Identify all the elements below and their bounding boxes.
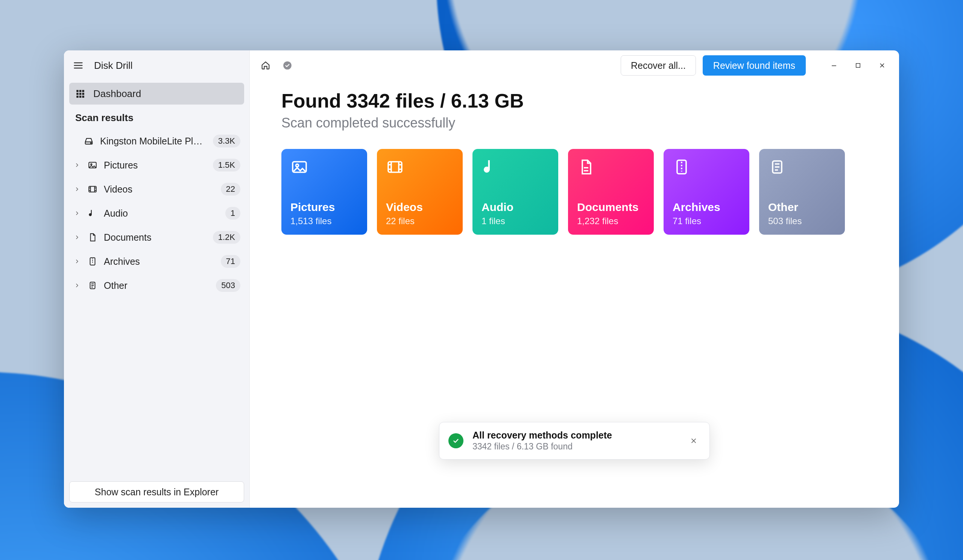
svg-rect-2 xyxy=(82,90,84,92)
window-maximize-button[interactable] xyxy=(850,57,867,74)
home-icon xyxy=(260,60,271,71)
svg-rect-4 xyxy=(79,93,81,95)
card-sub: 503 files xyxy=(768,216,836,227)
subheadline: Scan completed successfully xyxy=(281,115,867,131)
sidebar-item-badge: 22 xyxy=(221,183,240,196)
check-circle-icon xyxy=(282,61,292,70)
headline: Found 3342 files / 6.13 GB xyxy=(281,89,867,112)
sidebar-item-badge: 1.5K xyxy=(213,159,240,172)
sidebar-device-label: Kingston MobileLite Plu… xyxy=(100,136,208,147)
picture-icon xyxy=(290,158,358,181)
sidebar-item-badge: 1.2K xyxy=(213,231,240,244)
show-in-explorer-button[interactable]: Show scan results in Explorer xyxy=(69,481,244,502)
card-videos[interactable]: Videos 22 files xyxy=(377,149,463,235)
minimize-icon xyxy=(830,62,838,69)
card-other[interactable]: Other 503 files xyxy=(759,149,845,235)
document-icon xyxy=(577,158,645,181)
sidebar-item-archives[interactable]: Archives 71 xyxy=(69,249,244,274)
chevron-right-icon xyxy=(73,186,81,192)
sidebar-item-badge: 71 xyxy=(221,255,240,268)
sidebar-header: Disk Drill xyxy=(64,50,250,81)
sidebar-item-badge: 1 xyxy=(225,207,240,220)
svg-point-12 xyxy=(91,163,92,165)
toolbar: Recover all... Review found items xyxy=(250,50,899,81)
sidebar-section-title: Scan results xyxy=(64,107,250,129)
audio-icon xyxy=(86,208,99,218)
card-sub: 1,513 files xyxy=(290,216,358,227)
nav-item-label: Dashboard xyxy=(93,88,141,100)
button-label: Review found items xyxy=(713,60,795,71)
archive-icon xyxy=(86,256,99,266)
card-title: Videos xyxy=(386,201,454,214)
toast-notification: All recovery methods complete 3342 files… xyxy=(439,422,710,460)
sidebar-item-documents[interactable]: Documents 1.2K xyxy=(69,225,244,249)
close-icon xyxy=(689,437,698,445)
sidebar-item-other[interactable]: Other 503 xyxy=(69,274,244,298)
recover-all-button[interactable]: Recover all... xyxy=(621,55,696,76)
success-check-icon xyxy=(448,433,464,448)
chevron-right-icon xyxy=(73,210,81,216)
card-pictures[interactable]: Pictures 1,513 files xyxy=(281,149,367,235)
svg-rect-17 xyxy=(856,63,860,68)
svg-rect-7 xyxy=(79,95,81,97)
nav-item-dashboard[interactable]: Dashboard xyxy=(69,83,244,105)
chevron-right-icon xyxy=(73,162,81,168)
chevron-right-icon xyxy=(73,258,81,264)
archive-icon xyxy=(673,158,740,181)
video-icon xyxy=(86,184,99,194)
grid-icon xyxy=(75,89,85,99)
card-row: Pictures 1,513 files Videos 22 files Aud… xyxy=(281,149,867,235)
hamburger-menu-button[interactable] xyxy=(71,58,86,73)
chevron-right-icon xyxy=(73,234,81,240)
chevron-right-icon xyxy=(73,282,81,288)
picture-icon xyxy=(86,160,99,170)
video-icon xyxy=(386,158,454,181)
sidebar-item-pictures[interactable]: Pictures 1.5K xyxy=(69,153,244,177)
svg-rect-5 xyxy=(82,93,84,95)
toast-subtitle: 3342 files / 6.13 GB found xyxy=(472,442,678,452)
sidebar-device-row[interactable]: Kingston MobileLite Plu… 3.3K xyxy=(69,129,244,153)
card-audio[interactable]: Audio 1 files xyxy=(472,149,558,235)
svg-rect-1 xyxy=(79,90,81,92)
window-minimize-button[interactable] xyxy=(825,57,843,74)
drive-icon xyxy=(83,136,95,146)
svg-rect-8 xyxy=(82,95,84,97)
sidebar-item-label: Pictures xyxy=(104,160,208,171)
card-title: Documents xyxy=(577,201,645,214)
button-label: Recover all... xyxy=(631,60,686,71)
sidebar-item-label: Archives xyxy=(104,256,216,267)
card-sub: 22 files xyxy=(386,216,454,227)
sidebar: Disk Drill Dashboard Scan results Kingst… xyxy=(64,50,250,508)
audio-icon xyxy=(481,158,549,181)
app-title: Disk Drill xyxy=(94,60,133,71)
sidebar-item-label: Videos xyxy=(104,184,216,195)
sidebar-item-label: Other xyxy=(104,280,211,291)
sidebar-item-audio[interactable]: Audio 1 xyxy=(69,201,244,225)
app-window: Disk Drill Dashboard Scan results Kingst… xyxy=(64,50,899,508)
hamburger-icon xyxy=(73,60,84,71)
card-sub: 71 files xyxy=(673,216,740,227)
card-title: Audio xyxy=(481,201,549,214)
svg-rect-3 xyxy=(76,93,78,95)
card-documents[interactable]: Documents 1,232 files xyxy=(568,149,654,235)
svg-rect-20 xyxy=(388,162,402,172)
sidebar-item-badge: 503 xyxy=(216,279,240,292)
main-pane: Recover all... Review found items Found … xyxy=(250,50,899,508)
sidebar-item-videos[interactable]: Videos 22 xyxy=(69,177,244,201)
other-icon xyxy=(768,158,836,181)
status-check-button[interactable] xyxy=(280,58,295,73)
svg-point-19 xyxy=(296,164,298,167)
toast-close-button[interactable] xyxy=(687,434,700,448)
svg-point-10 xyxy=(91,142,91,143)
svg-rect-6 xyxy=(76,95,78,97)
card-archives[interactable]: Archives 71 files xyxy=(663,149,749,235)
review-found-items-button[interactable]: Review found items xyxy=(703,55,806,76)
card-sub: 1 files xyxy=(481,216,549,227)
card-sub: 1,232 files xyxy=(577,216,645,227)
content: Found 3342 files / 6.13 GB Scan complete… xyxy=(250,81,899,235)
sidebar-device-badge: 3.3K xyxy=(213,134,240,147)
window-close-button[interactable] xyxy=(874,57,891,74)
home-button[interactable] xyxy=(258,58,273,73)
other-icon xyxy=(86,280,99,290)
card-title: Archives xyxy=(673,201,740,214)
